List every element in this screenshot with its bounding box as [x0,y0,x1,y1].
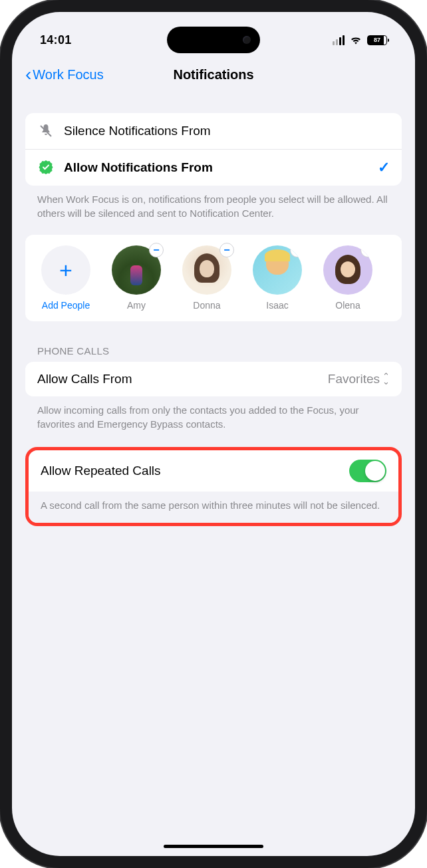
back-button[interactable]: ‹ Work Focus [25,65,104,84]
cellular-signal-icon [333,35,345,45]
avatar: − [323,245,372,295]
checkmark-icon: ✓ [378,159,390,176]
allow-calls-footer: Allow incoming calls from only the conta… [25,396,402,431]
person-isaac[interactable]: − Isaac [245,245,310,311]
add-people-button[interactable]: + Add People [33,245,98,311]
avatar: − [182,245,231,295]
wifi-icon [349,35,362,45]
remove-person-button[interactable]: − [360,245,372,257]
repeated-calls-toggle[interactable] [349,460,386,482]
person-name: Amy [127,300,146,311]
remove-person-button[interactable]: − [290,245,302,257]
repeated-calls-footer: A second call from the same person withi… [29,492,398,523]
mode-footer: When Work Focus is on, notifications fro… [25,186,402,220]
remove-person-button[interactable]: − [149,243,164,257]
nav-header: ‹ Work Focus Notifications [12,53,415,93]
phone-calls-header: PHONE CALLS [25,321,402,362]
person-amy[interactable]: − Amy [104,245,169,311]
people-group: + Add People − Amy − Donna [25,235,402,321]
repeated-calls-group: Allow Repeated Calls [29,450,398,492]
dynamic-island [167,27,260,53]
allow-repeated-calls-row[interactable]: Allow Repeated Calls [29,450,398,492]
allow-label: Allow Notifications From [64,160,378,175]
allow-calls-label: Allow Calls From [37,372,328,386]
highlighted-section: Allow Repeated Calls A second call from … [25,447,402,526]
bell-slash-icon [37,122,55,140]
chevron-up-down-icon: ⌃⌄ [382,374,390,384]
home-indicator[interactable] [164,845,263,848]
add-people-label: Add People [42,300,90,311]
person-name: Donna [193,300,220,311]
status-time: 14:01 [40,33,72,47]
person-name: Olena [335,300,360,311]
avatar: − [112,245,161,295]
chevron-left-icon: ‹ [25,65,31,84]
notification-mode-group: Silence Notifications From Allow Notific… [25,113,402,186]
allow-calls-value: Favorites ⌃⌄ [328,372,390,386]
silence-label: Silence Notifications From [64,124,390,138]
allow-calls-group: Allow Calls From Favorites ⌃⌄ [25,362,402,396]
page-title: Notifications [173,67,253,82]
plus-icon: + [59,257,72,283]
person-donna[interactable]: − Donna [174,245,239,311]
person-name: Isaac [266,300,288,311]
avatar: − [253,245,302,295]
back-label: Work Focus [33,67,103,82]
silence-notifications-row[interactable]: Silence Notifications From [25,113,402,150]
allow-calls-from-row[interactable]: Allow Calls From Favorites ⌃⌄ [25,362,402,396]
person-olena[interactable]: − Olena [315,245,380,311]
repeated-calls-label: Allow Repeated Calls [41,464,349,478]
checkmark-seal-icon [37,159,55,176]
battery-icon: 87 [367,35,387,45]
remove-person-button[interactable]: − [219,243,234,257]
allow-notifications-row[interactable]: Allow Notifications From ✓ [25,150,402,186]
